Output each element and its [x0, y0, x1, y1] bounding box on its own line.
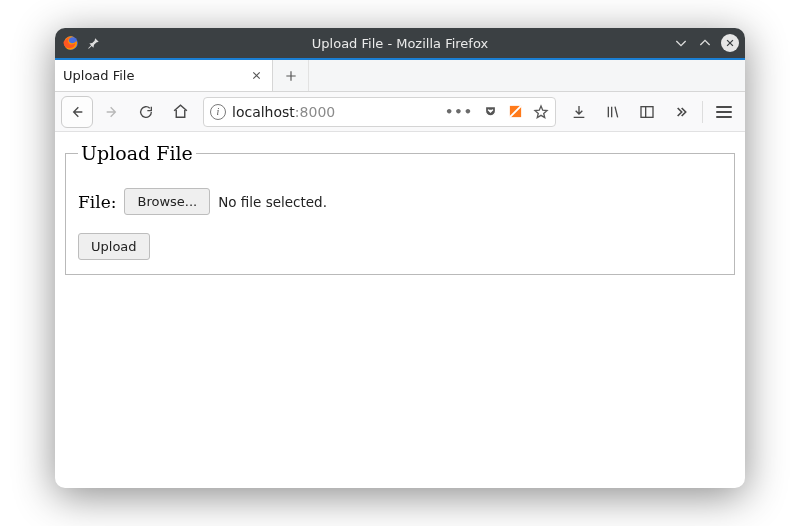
- file-status-text: No file selected.: [218, 194, 327, 210]
- upload-button[interactable]: Upload: [78, 233, 150, 260]
- library-button[interactable]: [598, 97, 628, 127]
- fieldset-legend: Upload File: [78, 142, 196, 164]
- bookmark-star-icon[interactable]: [533, 104, 549, 120]
- svg-rect-2: [641, 106, 653, 117]
- maximize-button[interactable]: [697, 35, 713, 51]
- file-label: File:: [78, 192, 116, 212]
- firefox-icon: [61, 33, 81, 53]
- tab-close-icon[interactable]: [248, 68, 264, 84]
- window-title: Upload File - Mozilla Firefox: [55, 36, 745, 51]
- urlbar[interactable]: i localhost:8000 •••: [203, 97, 556, 127]
- address-port: :8000: [295, 104, 335, 120]
- new-tab-button[interactable]: [273, 60, 309, 91]
- address-text: localhost:8000: [232, 104, 439, 120]
- tab-label: Upload File: [63, 68, 248, 83]
- forward-button[interactable]: [97, 97, 127, 127]
- upload-fieldset: Upload File File: Browse... No file sele…: [65, 142, 735, 275]
- extension-icon[interactable]: [508, 104, 523, 119]
- downloads-button[interactable]: [564, 97, 594, 127]
- home-button[interactable]: [165, 97, 195, 127]
- browser-window: Upload File - Mozilla Firefox Upload Fil…: [55, 28, 745, 488]
- address-host: localhost: [232, 104, 295, 120]
- browse-button[interactable]: Browse...: [124, 188, 210, 215]
- pin-icon[interactable]: [85, 34, 103, 52]
- window-controls: [673, 34, 739, 52]
- reload-button[interactable]: [131, 97, 161, 127]
- tabstrip: Upload File: [55, 58, 745, 92]
- tab-active[interactable]: Upload File: [55, 60, 273, 91]
- titlebar: Upload File - Mozilla Firefox: [55, 28, 745, 58]
- minimize-button[interactable]: [673, 35, 689, 51]
- overflow-button[interactable]: [666, 97, 696, 127]
- page-actions-icon[interactable]: •••: [445, 104, 473, 119]
- page-content: Upload File File: Browse... No file sele…: [55, 132, 745, 285]
- close-button[interactable]: [721, 34, 739, 52]
- site-info-icon[interactable]: i: [210, 104, 226, 120]
- toolbar: i localhost:8000 •••: [55, 92, 745, 132]
- sidebar-button[interactable]: [632, 97, 662, 127]
- pocket-icon[interactable]: [483, 104, 498, 119]
- hamburger-menu-button[interactable]: [709, 97, 739, 127]
- back-button[interactable]: [61, 96, 93, 128]
- toolbar-separator: [702, 101, 703, 123]
- file-row: File: Browse... No file selected.: [78, 188, 722, 215]
